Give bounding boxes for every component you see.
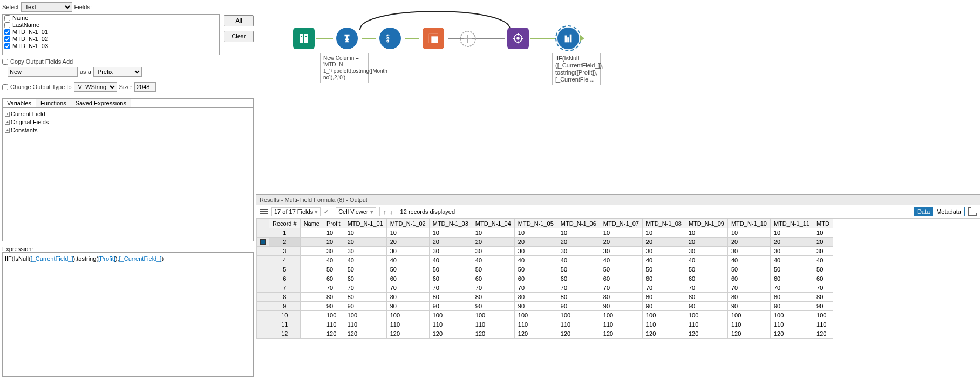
cell[interactable]: 10 [323,228,344,238]
cell[interactable]: 50 [429,265,472,274]
cell[interactable]: 80 [557,293,600,302]
table-row[interactable]: 220202020202020202020202020 [257,238,833,247]
cell[interactable]: 80 [514,293,557,302]
cell[interactable]: 80 [429,293,472,302]
cell[interactable]: 110 [514,320,557,329]
clear-button[interactable]: Clear [224,31,254,42]
cell[interactable]: 60 [344,274,386,283]
row-marker[interactable] [257,247,269,256]
cell[interactable]: 70 [472,283,514,293]
cell[interactable]: 30 [323,247,344,256]
fields-dropdown[interactable]: 17 of 17 Fields▾ [271,207,321,216]
cell[interactable]: 120 [472,329,514,339]
cell[interactable]: 30 [429,247,472,256]
cell[interactable]: 80 [813,293,833,302]
column-header[interactable]: MTD_N-1_04 [472,219,514,228]
sort-desc-icon[interactable]: ↓ [390,208,393,216]
sort-asc-icon[interactable]: ↑ [383,208,387,216]
cell[interactable]: 50 [323,265,344,274]
change-output-type-checkbox[interactable] [2,84,8,90]
formula-tool[interactable] [336,28,358,49]
column-header[interactable]: MTD_N-1_08 [642,219,685,228]
field-item[interactable]: MTD_N-1_03 [3,43,219,50]
cell[interactable]: 120 [685,329,727,339]
cell[interactable] [300,228,323,238]
cell[interactable]: 90 [727,302,770,311]
cell[interactable]: 30 [600,247,642,256]
cell[interactable]: 90 [344,302,386,311]
cell[interactable]: 60 [386,274,429,283]
cell[interactable]: 70 [344,283,386,293]
cell-viewer-dropdown[interactable]: Cell Viewer▾ [336,207,376,216]
cell[interactable]: 70 [727,283,770,293]
cell[interactable]: 10 [770,228,813,238]
cell[interactable]: 40 [344,256,386,265]
cell[interactable]: 30 [727,247,770,256]
cell[interactable]: 120 [727,329,770,339]
cell[interactable]: 20 [386,238,429,247]
cell[interactable]: 100 [386,311,429,320]
table-row[interactable]: 550505050505050505050505050 [257,265,833,274]
column-header[interactable]: MTD_N-1_09 [685,219,727,228]
tab-functions[interactable]: Functions [36,99,71,107]
field-checkbox[interactable] [4,15,10,21]
cell[interactable]: 100 [429,311,472,320]
cell[interactable] [300,311,323,320]
cell[interactable]: 30 [472,247,514,256]
cell[interactable]: 20 [344,238,386,247]
cell[interactable]: 120 [429,329,472,339]
cell[interactable]: 90 [429,302,472,311]
cell[interactable]: 7 [269,283,301,293]
column-header[interactable]: MTD_N-1_01 [344,219,386,228]
cell[interactable]: 20 [472,238,514,247]
cell[interactable]: 90 [386,302,429,311]
cell[interactable]: 50 [386,265,429,274]
cell[interactable]: 90 [514,302,557,311]
cell[interactable]: 60 [600,274,642,283]
column-header[interactable]: MTD [813,219,833,228]
cell[interactable]: 100 [514,311,557,320]
cell[interactable]: 90 [557,302,600,311]
cell[interactable]: 80 [472,293,514,302]
cell[interactable] [300,265,323,274]
cell[interactable]: 5 [269,265,301,274]
cell[interactable] [300,256,323,265]
row-marker[interactable] [257,320,269,329]
copy-output-fields-checkbox[interactable] [2,59,8,65]
cell[interactable]: 120 [557,329,600,339]
cell[interactable]: 10 [685,228,727,238]
results-grid[interactable]: Record #NameProfitMTD_N-1_01MTD_N-1_02MT… [256,219,980,379]
cell[interactable]: 30 [386,247,429,256]
cell[interactable]: 40 [685,256,727,265]
cell[interactable]: 110 [770,320,813,329]
cell[interactable]: 110 [813,320,833,329]
data-tab[interactable]: Data [914,207,933,216]
cell[interactable]: 120 [770,329,813,339]
column-header[interactable]: MTD_N-1_07 [600,219,642,228]
cell[interactable]: 70 [386,283,429,293]
cell[interactable]: 80 [685,293,727,302]
cell[interactable]: 80 [600,293,642,302]
cell[interactable]: 50 [770,265,813,274]
expand-icon[interactable]: + [5,112,10,117]
row-marker[interactable] [257,228,269,238]
cell[interactable]: 10 [429,228,472,238]
cell[interactable]: 20 [429,238,472,247]
column-header[interactable]: MTD_N-1_10 [727,219,770,228]
cell[interactable]: 120 [514,329,557,339]
field-item[interactable]: Name [3,15,219,22]
cell[interactable]: 120 [642,329,685,339]
field-checkbox[interactable] [4,36,10,42]
table-row[interactable]: 770707070707070707070707070 [257,283,833,293]
row-marker[interactable] [257,256,269,265]
row-marker[interactable] [257,311,269,320]
prefix-value-input[interactable] [8,67,78,77]
cell[interactable] [300,274,323,283]
cell[interactable]: 40 [813,256,833,265]
cell[interactable]: 20 [685,238,727,247]
all-button[interactable]: All [224,15,254,26]
cell[interactable]: 70 [429,283,472,293]
cell[interactable]: 20 [323,238,344,247]
disabled-tool[interactable] [459,30,477,48]
cell[interactable]: 60 [472,274,514,283]
